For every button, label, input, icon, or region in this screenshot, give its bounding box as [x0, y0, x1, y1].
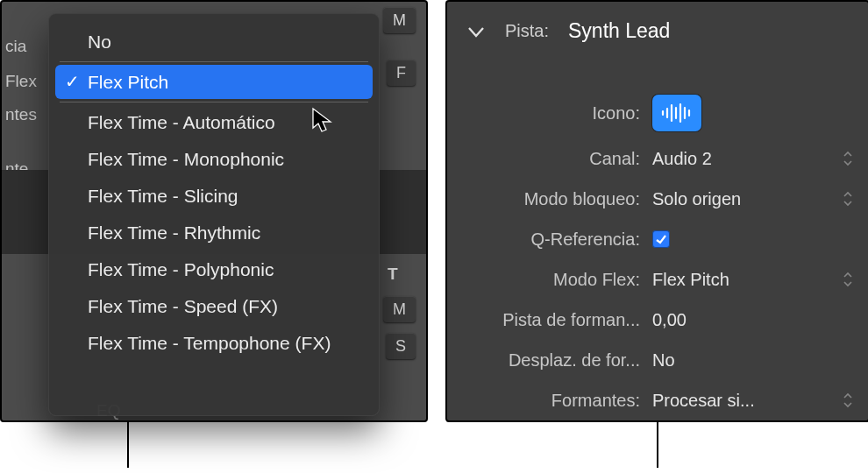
formantes-label: Formantes:: [477, 391, 652, 411]
callout-line: [657, 420, 658, 468]
section-label-t: T: [388, 258, 428, 291]
modo-flex-value[interactable]: Flex Pitch: [652, 270, 838, 290]
desplaz-label: Desplaz. de for...: [477, 350, 652, 371]
flex-menu-item[interactable]: Flex Time - Polyphonic: [55, 252, 373, 286]
formantes-stepper[interactable]: [838, 392, 857, 408]
icon-label: Icono:: [477, 103, 652, 124]
track-inspector-panel: Pista: Synth Lead Icono:: [445, 0, 868, 422]
track-icon-button[interactable]: [652, 95, 701, 131]
chevron-down-icon: [843, 159, 853, 166]
canal-label: Canal:: [477, 149, 652, 169]
chevron-down-icon: [843, 401, 853, 408]
flex-button[interactable]: F: [387, 60, 416, 86]
pista-forman-label: Pista de forman...: [477, 310, 652, 330]
chevron-up-icon: [843, 392, 853, 399]
waveform-icon: [659, 102, 694, 124]
flex-menu-item[interactable]: Flex Time - Monophonic: [55, 142, 373, 176]
checkmark-icon: [655, 233, 667, 245]
qref-checkbox[interactable]: [652, 230, 670, 248]
track-fragment: Flex: [5, 65, 49, 98]
formantes-value[interactable]: Procesar si...: [652, 391, 838, 411]
modo-bloqueo-stepper[interactable]: [838, 191, 857, 207]
chevron-down-icon: [843, 200, 853, 207]
checkmark-icon: ✓: [65, 65, 80, 99]
desplaz-value[interactable]: No: [652, 350, 838, 371]
track-fragment: cia: [5, 30, 49, 63]
m-button[interactable]: M: [383, 296, 416, 322]
track-name-field[interactable]: Synth Lead: [568, 19, 670, 43]
pista-forman-value[interactable]: 0,00: [652, 310, 838, 330]
flex-menu-item[interactable]: Flex Time - Speed (FX): [55, 289, 373, 323]
chevron-down-icon: [843, 280, 853, 287]
chevron-up-icon: [843, 272, 853, 279]
modo-bloqueo-value[interactable]: Solo origen: [652, 189, 838, 209]
modo-bloqueo-label: Modo bloqueo:: [477, 189, 652, 209]
chevron-up-icon: [843, 151, 853, 158]
mute-button[interactable]: M: [383, 7, 416, 33]
modo-flex-stepper[interactable]: [838, 272, 857, 287]
flex-menu-item[interactable]: Flex Time - Automático: [55, 105, 373, 139]
s-button[interactable]: S: [386, 333, 416, 359]
flex-mode-popup: No ✓ Flex Pitch Flex Time - Automático F…: [48, 13, 380, 416]
track-label: Pista:: [505, 21, 549, 41]
callout-line: [127, 420, 129, 468]
modo-flex-label: Modo Flex:: [477, 270, 652, 290]
canal-stepper[interactable]: [838, 151, 857, 166]
track-fragment: ntes: [5, 98, 49, 131]
canal-value[interactable]: Audio 2: [652, 149, 838, 169]
chevron-up-icon: [843, 191, 853, 198]
disclosure-down-icon[interactable]: [466, 25, 486, 39]
flex-menu-item[interactable]: Flex Time - Tempophone (FX): [55, 326, 373, 360]
qref-label: Q-Referencia:: [477, 229, 652, 250]
menu-item-label: Flex Pitch: [88, 72, 168, 92]
flex-menu-item-flex-pitch[interactable]: ✓ Flex Pitch: [55, 65, 373, 99]
flex-menu-item[interactable]: Flex Time - Slicing: [55, 179, 373, 213]
flex-menu-item-no[interactable]: No: [55, 25, 373, 59]
flex-menu-item[interactable]: Flex Time - Rhythmic: [55, 215, 373, 250]
